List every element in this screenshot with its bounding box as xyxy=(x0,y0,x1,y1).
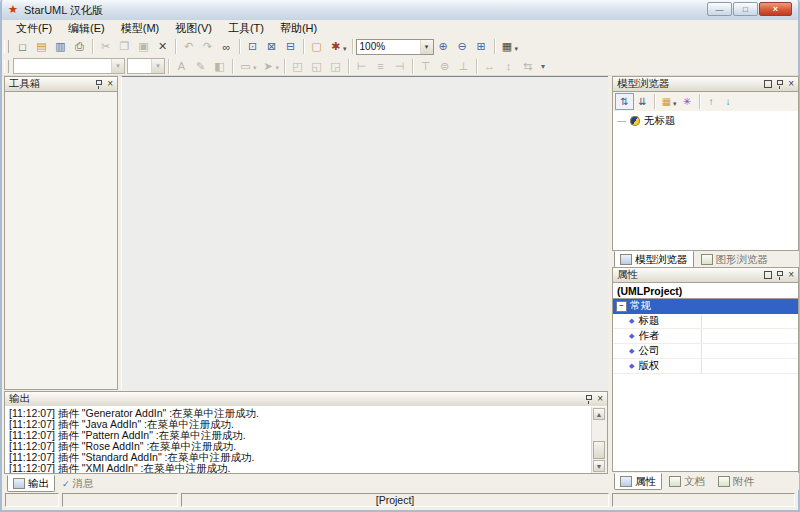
property-row-company[interactable]: ◆ 公司 xyxy=(613,344,798,359)
zoom-in-button[interactable]: ⊕ xyxy=(434,38,453,55)
menu-model[interactable]: 模型(M) xyxy=(113,20,168,37)
close-button[interactable]: × xyxy=(759,2,792,16)
pin-icon[interactable] xyxy=(95,79,103,90)
toolbox-body[interactable] xyxy=(4,92,118,390)
minimize-button[interactable]: — xyxy=(707,2,732,16)
sort-alphabetic-button[interactable]: ⇅ xyxy=(615,93,634,110)
font-size-combobox[interactable]: ▾ xyxy=(127,58,165,74)
property-value[interactable] xyxy=(701,359,798,373)
property-type-selector[interactable]: (UMLProject) xyxy=(612,283,799,299)
space-evenly-button[interactable]: ⇆ xyxy=(518,58,537,75)
maximize-button[interactable]: □ xyxy=(733,2,758,16)
diagram-canvas[interactable] xyxy=(121,76,608,390)
collapse-icon[interactable]: − xyxy=(616,301,627,312)
toolbar-grip[interactable] xyxy=(4,40,9,53)
select-in-model-button[interactable]: ⊡ xyxy=(243,38,262,55)
cut-button[interactable]: ✂ xyxy=(96,38,115,55)
tab-output[interactable]: 输出 xyxy=(7,475,55,492)
paste-button[interactable]: ▣ xyxy=(134,38,153,55)
align-middle-button[interactable]: ⊜ xyxy=(435,58,454,75)
close-icon[interactable]: × xyxy=(597,394,603,404)
select-in-diagram-button[interactable]: ⊠ xyxy=(262,38,281,55)
dropdown-caret-icon[interactable]: ▾ xyxy=(515,45,519,53)
title-bar[interactable]: ★ StarUML 汉化版 — □ × xyxy=(2,0,798,21)
menu-view[interactable]: 视图(V) xyxy=(167,20,220,37)
menu-file[interactable]: 文件(F) xyxy=(8,20,60,37)
sort-by-type-button[interactable]: ⇊ xyxy=(634,94,651,109)
tab-messages[interactable]: ✓ 消息 xyxy=(56,475,100,492)
toolbar-grip[interactable] xyxy=(4,60,9,73)
copy-button[interactable]: ❐ xyxy=(115,38,134,55)
toolbox-header[interactable]: 工具箱 × xyxy=(4,76,118,92)
model-browser-header[interactable]: 模型浏览器 × xyxy=(612,76,799,92)
output-scrollbar[interactable]: ▲ ▼ xyxy=(591,407,607,473)
select-in-docs-button[interactable]: ⊟ xyxy=(281,38,300,55)
menu-edit[interactable]: 编辑(E) xyxy=(60,20,113,37)
send-to-back-button[interactable]: ◱ xyxy=(307,58,326,75)
dropdown-caret-icon[interactable]: ▾ xyxy=(276,64,280,72)
combo-dropdown-icon[interactable]: ▾ xyxy=(420,40,433,54)
combo-dropdown-icon[interactable]: ▾ xyxy=(111,59,124,73)
model-browser-tree[interactable]: 无标题 xyxy=(612,111,799,251)
scrollbar-thumb[interactable] xyxy=(593,441,605,459)
align-bottom-button[interactable]: ⊥ xyxy=(454,58,473,75)
menu-help[interactable]: 帮助(H) xyxy=(272,20,325,37)
pin-icon[interactable] xyxy=(776,79,784,90)
redo-button[interactable]: ↷ xyxy=(198,38,217,55)
dropdown-caret-icon[interactable]: ▾ xyxy=(253,64,257,72)
zoom-combobox[interactable]: 100% ▾ xyxy=(356,39,434,55)
zoom-out-button[interactable]: ⊖ xyxy=(453,38,472,55)
tree-item-project[interactable]: 无标题 xyxy=(613,111,798,128)
wizard-button[interactable]: ✳ xyxy=(679,94,696,109)
dropdown-caret-icon[interactable]: ▾ xyxy=(343,45,347,53)
property-row-copyright[interactable]: ◆ 版权 xyxy=(613,359,798,374)
delete-button[interactable]: ✕ xyxy=(153,38,172,55)
undo-button[interactable]: ↶ xyxy=(179,38,198,55)
property-row-author[interactable]: ◆ 作者 xyxy=(613,329,798,344)
property-grid[interactable]: − 常规 ◆ 标题 ◆ 作者 ◆ 公司 ◆ 版权 xyxy=(612,299,799,472)
output-header[interactable]: 输出 × xyxy=(4,391,608,407)
fit-to-window-button[interactable]: ⊞ xyxy=(472,38,491,55)
print-button[interactable]: ⎙ xyxy=(70,38,89,55)
align-left-button[interactable]: ⊢ xyxy=(352,58,371,75)
move-up-button[interactable]: ↑ xyxy=(703,94,720,109)
menu-tools[interactable]: 工具(T) xyxy=(220,20,272,37)
property-value[interactable] xyxy=(701,344,798,358)
combo-dropdown-icon[interactable]: ▾ xyxy=(151,59,164,73)
model-explorer-toggle-button[interactable]: ▢ xyxy=(307,38,326,55)
tab-documentation[interactable]: 文档 xyxy=(663,473,711,490)
pin-icon[interactable] xyxy=(585,394,593,405)
close-icon[interactable]: × xyxy=(107,79,113,89)
scroll-up-icon[interactable]: ▲ xyxy=(593,408,605,420)
property-value[interactable] xyxy=(701,314,798,328)
property-row-title[interactable]: ◆ 标题 xyxy=(613,314,798,329)
align-center-button[interactable]: ≡ xyxy=(371,58,390,75)
new-button[interactable]: □ xyxy=(13,38,32,55)
send-backward-button[interactable]: ◲ xyxy=(326,58,345,75)
fill-color-button[interactable]: ◧ xyxy=(210,58,229,75)
same-height-button[interactable]: ↕ xyxy=(499,58,518,75)
tab-properties[interactable]: 属性 xyxy=(614,473,662,490)
line-color-button[interactable]: ✎ xyxy=(191,58,210,75)
property-group-row[interactable]: − 常规 xyxy=(613,299,798,314)
same-width-button[interactable]: ↔ xyxy=(480,58,499,75)
toolbar-overflow-icon[interactable]: ▾ xyxy=(541,62,545,71)
output-log[interactable]: [11:12:07] 插件 "Generator AddIn" :在菜单中注册成… xyxy=(4,406,608,474)
font-name-combobox[interactable]: ▾ xyxy=(13,58,125,74)
tab-model-browser[interactable]: 模型浏览器 xyxy=(614,251,694,268)
pin-icon[interactable] xyxy=(776,270,784,281)
property-value[interactable] xyxy=(701,329,798,343)
align-right-button[interactable]: ⊣ xyxy=(390,58,409,75)
restore-icon[interactable] xyxy=(764,271,772,279)
save-button[interactable]: ▥ xyxy=(51,38,70,55)
close-icon[interactable]: × xyxy=(788,79,794,89)
bring-to-front-button[interactable]: ◰ xyxy=(288,58,307,75)
move-down-button[interactable]: ↓ xyxy=(720,94,737,109)
restore-icon[interactable] xyxy=(764,80,772,88)
tab-attachments[interactable]: 附件 xyxy=(712,473,760,490)
font-color-button[interactable]: A xyxy=(172,58,191,75)
scroll-down-icon[interactable]: ▼ xyxy=(593,460,605,472)
tab-diagram-browser[interactable]: 图形浏览器 xyxy=(695,251,775,268)
find-button[interactable]: ∞ xyxy=(217,38,236,55)
align-top-button[interactable]: ⊤ xyxy=(416,58,435,75)
